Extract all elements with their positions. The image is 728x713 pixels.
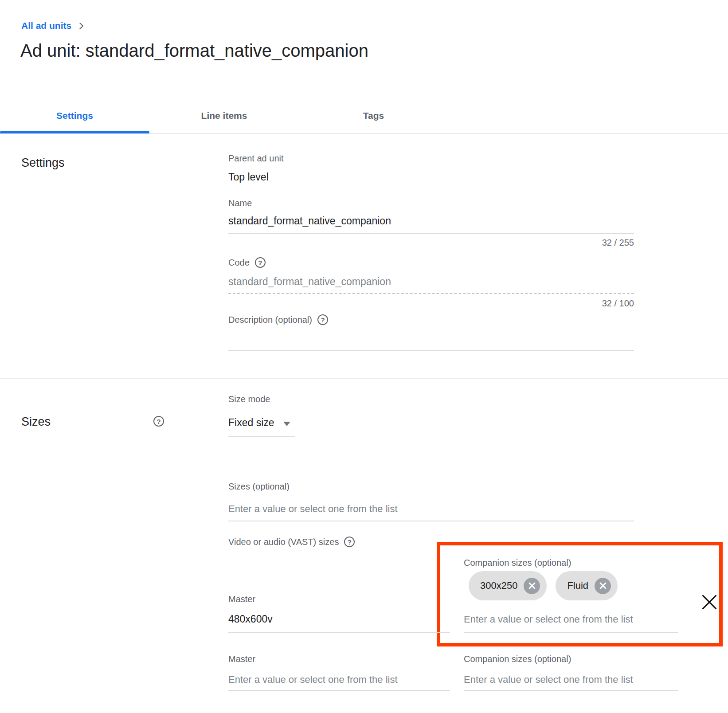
master-size-2-input[interactable]: Enter a value or select one from the lis…	[228, 674, 398, 686]
vast-sizes-label: Video or audio (VAST) sizes ?	[228, 537, 355, 547]
page-title: Ad unit: standard_format_native_companio…	[20, 41, 368, 61]
chip-fluid-remove-icon[interactable]	[595, 578, 611, 594]
code-input-disabled: standard_format_native_companion	[228, 276, 391, 288]
master-size-input[interactable]: 480x600v	[228, 613, 273, 625]
parent-ad-unit-value: Top level	[228, 171, 269, 183]
parent-ad-unit-label: Parent ad unit	[228, 153, 284, 164]
chevron-down-icon	[283, 422, 290, 426]
vast-sizes-help-icon[interactable]: ?	[344, 537, 355, 547]
chip-300x250: 300x250	[469, 571, 547, 600]
code-help-icon[interactable]: ?	[255, 257, 266, 268]
size-mode-label: Size mode	[228, 394, 270, 404]
name-char-counter: 32 / 255	[545, 238, 634, 248]
tab-settings[interactable]: Settings	[0, 98, 149, 133]
name-label: Name	[228, 198, 252, 208]
sizes-help-icon[interactable]: ?	[153, 416, 164, 427]
description-label-text: Description (optional)	[228, 315, 312, 325]
code-label-text: Code	[228, 258, 250, 268]
name-input-underline	[228, 233, 634, 234]
breadcrumb-all-ad-units-link[interactable]: All ad units	[21, 20, 71, 31]
remove-vast-size-row-button[interactable]	[701, 594, 717, 610]
size-mode-value: Fixed size	[228, 417, 274, 429]
companion-sizes-label: Companion sizes (optional)	[464, 558, 571, 568]
companion-sizes-2-underline	[464, 690, 678, 691]
companion-sizes-2-input[interactable]: Enter a value or select one from the lis…	[464, 674, 633, 686]
ad-unit-settings-page: All ad units Ad unit: standard_format_na…	[0, 0, 728, 713]
master-size-label: Master	[228, 594, 255, 604]
description-label: Description (optional) ?	[228, 314, 328, 325]
code-char-counter: 32 / 100	[545, 298, 634, 309]
chip-300x250-label: 300x250	[480, 580, 517, 592]
breadcrumb: All ad units	[21, 20, 82, 31]
master-size-2-label: Master	[228, 654, 255, 664]
companion-sizes-input[interactable]: Enter a value or select one from the lis…	[464, 614, 633, 625]
sizes-optional-input[interactable]: Enter a value or select one from the lis…	[228, 503, 398, 515]
master-size-underline	[228, 632, 450, 633]
active-tab-indicator	[0, 131, 149, 133]
settings-section-heading: Settings	[21, 156, 65, 170]
code-label: Code ?	[228, 257, 266, 268]
chip-300x250-remove-icon[interactable]	[524, 578, 540, 594]
companion-sizes-chip-row: 300x250 Fluid	[469, 571, 618, 600]
vast-sizes-label-text: Video or audio (VAST) sizes	[228, 537, 339, 547]
sizes-optional-underline	[228, 521, 634, 521]
chevron-right-icon	[77, 23, 84, 30]
companion-sizes-2-label: Companion sizes (optional)	[464, 654, 571, 664]
code-input-dashed-underline	[228, 293, 634, 294]
tab-tags[interactable]: Tags	[299, 98, 448, 133]
tab-bar: Settings Line items Tags	[0, 98, 728, 134]
section-divider	[0, 378, 728, 379]
sizes-optional-label: Sizes (optional)	[228, 482, 290, 492]
size-mode-dropdown[interactable]: Fixed size	[228, 417, 290, 429]
name-input[interactable]: standard_format_native_companion	[228, 215, 391, 227]
description-help-icon[interactable]: ?	[317, 314, 328, 325]
companion-sizes-underline	[464, 632, 678, 633]
description-input-underline[interactable]	[228, 350, 634, 351]
master-size-2-underline	[228, 690, 450, 691]
sizes-section-heading: Sizes	[21, 415, 51, 429]
size-mode-underline	[228, 436, 295, 437]
tab-line-items[interactable]: Line items	[149, 98, 299, 133]
chip-fluid: Fluid	[556, 571, 618, 600]
chip-fluid-label: Fluid	[567, 580, 588, 592]
